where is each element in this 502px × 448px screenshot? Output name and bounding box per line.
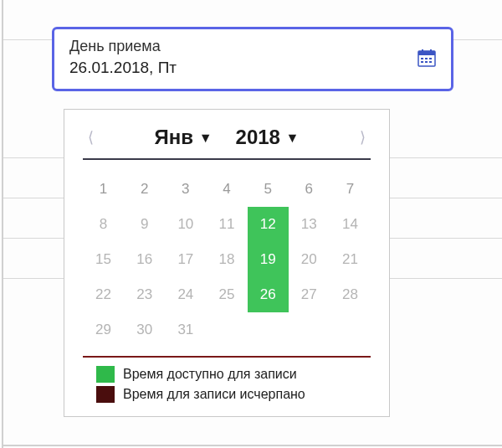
day-cell[interactable]: 14	[330, 207, 371, 242]
svg-rect-9	[429, 61, 432, 63]
day-cell[interactable]: 31	[165, 312, 206, 348]
day-cell[interactable]: 16	[124, 242, 165, 277]
weekday-header: 7	[330, 172, 371, 207]
weekday-header: 4	[206, 172, 247, 207]
svg-rect-8	[425, 61, 428, 63]
month-select[interactable]: Янв ▼	[155, 126, 213, 149]
day-cell[interactable]: 18	[206, 242, 247, 277]
svg-rect-5	[425, 58, 428, 59]
svg-rect-2	[422, 49, 423, 53]
day-cell[interactable]: 10	[165, 207, 206, 242]
calendar-icon[interactable]	[417, 49, 436, 67]
day-cell[interactable]: 29	[83, 312, 124, 348]
day-cell[interactable]: 23	[124, 277, 165, 312]
legend-row-full: Время для записи исчерпано	[96, 386, 371, 403]
day-cell-empty	[289, 312, 330, 348]
svg-rect-4	[421, 58, 423, 59]
datepicker-popup: ⟨ Янв ▼ 2018 ▼ ⟩ 1 2 3 4 5 6 7 8 9 10 11…	[64, 109, 390, 417]
weekday-header: 6	[289, 172, 330, 207]
chevron-down-icon: ▼	[199, 131, 213, 145]
day-cell[interactable]: 13	[289, 207, 330, 242]
weekday-header: 1	[83, 172, 124, 207]
divider	[83, 158, 371, 160]
day-cell-available[interactable]: 19	[248, 242, 289, 277]
svg-rect-3	[430, 49, 432, 53]
chevron-down-icon: ▼	[286, 131, 300, 145]
legend-swatch-available	[96, 366, 115, 383]
calendar-grid: 1 2 3 4 5 6 7 8 9 10 11 12 13 14 15 16 1…	[83, 172, 371, 348]
legend: Время доступно для записи Время для запи…	[83, 366, 371, 403]
day-cell-empty	[330, 312, 371, 348]
day-cell-empty	[206, 312, 247, 348]
weekday-header: 3	[165, 172, 206, 207]
appointment-date-field[interactable]: День приема 26.01.2018, Пт	[52, 27, 453, 91]
day-cell[interactable]: 8	[83, 207, 124, 242]
svg-rect-7	[421, 61, 423, 63]
prev-month-button[interactable]: ⟨	[83, 125, 99, 150]
year-select[interactable]: 2018 ▼	[236, 126, 300, 149]
day-cell[interactable]: 24	[165, 277, 206, 312]
weekday-header: 5	[248, 172, 289, 207]
day-cell-empty	[248, 312, 289, 348]
day-cell-available[interactable]: 12	[248, 207, 289, 242]
day-cell[interactable]: 22	[83, 277, 124, 312]
day-cell[interactable]: 9	[124, 207, 165, 242]
day-cell-available[interactable]: 26	[248, 277, 289, 312]
legend-label: Время доступно для записи	[123, 367, 297, 382]
divider	[83, 356, 371, 358]
date-field-value: 26.01.2018, Пт	[69, 59, 177, 77]
day-cell[interactable]: 28	[330, 277, 371, 312]
legend-row-available: Время доступно для записи	[96, 366, 371, 383]
page-border-bottom	[2, 445, 502, 446]
date-field-label: День приема	[69, 38, 177, 55]
datepicker-nav: ⟨ Янв ▼ 2018 ▼ ⟩	[83, 121, 371, 158]
svg-rect-6	[429, 58, 432, 59]
svg-rect-1	[418, 51, 435, 55]
day-cell[interactable]: 15	[83, 242, 124, 277]
day-cell[interactable]: 20	[289, 242, 330, 277]
day-cell[interactable]: 27	[289, 277, 330, 312]
next-month-button[interactable]: ⟩	[355, 125, 371, 150]
day-cell[interactable]: 17	[165, 242, 206, 277]
legend-label: Время для записи исчерпано	[123, 387, 305, 402]
weekday-header: 2	[124, 172, 165, 207]
legend-swatch-full	[96, 386, 115, 403]
day-cell[interactable]: 30	[124, 312, 165, 348]
day-cell[interactable]: 21	[330, 242, 371, 277]
day-cell[interactable]: 25	[206, 277, 247, 312]
day-cell[interactable]: 11	[206, 207, 247, 242]
